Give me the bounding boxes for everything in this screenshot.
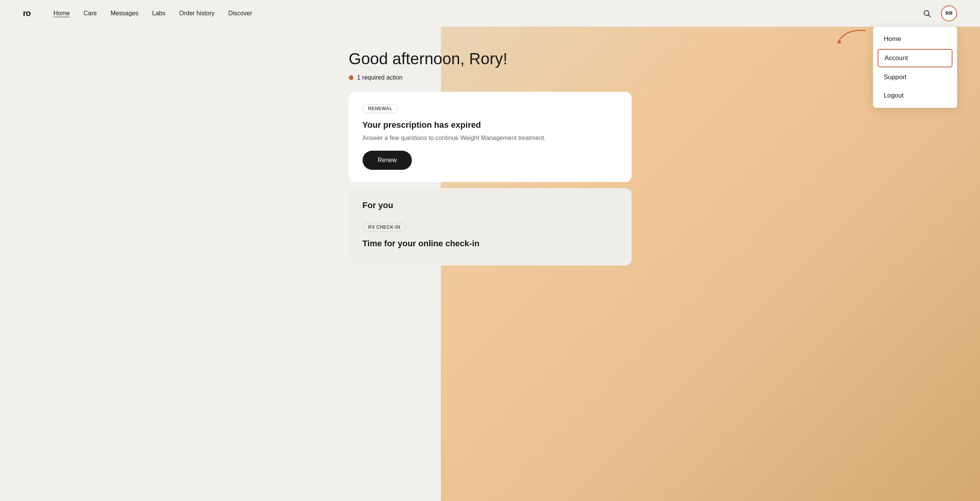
main-content: Good afternoon, Rory! 1 required action …: [334, 27, 647, 294]
rx-checkin-tag: RX CHECK-IN: [363, 223, 406, 232]
navbar: ro Home Care Messages Labs Order history…: [0, 0, 980, 27]
renewal-card-description: Answer a few questions to continue Weigh…: [363, 135, 618, 142]
nav-care[interactable]: Care: [84, 10, 97, 17]
avatar-button[interactable]: RR: [941, 5, 957, 21]
rx-checkin-card: RX CHECK-IN Time for your online check-i…: [349, 210, 632, 265]
renew-button[interactable]: Renew: [363, 151, 412, 170]
nav-messages[interactable]: Messages: [110, 10, 138, 17]
renewal-card: RENEWAL Your prescription has expired An…: [349, 92, 632, 182]
for-you-title: For you: [349, 188, 632, 210]
dropdown-item-support[interactable]: Support: [873, 68, 957, 86]
svg-marker-2: [837, 39, 841, 44]
nav-discover[interactable]: Discover: [228, 10, 252, 17]
dropdown-item-account[interactable]: Account: [878, 49, 952, 67]
nav-links: Home Care Messages Labs Order history Di…: [53, 10, 920, 17]
dropdown-item-home[interactable]: Home: [873, 30, 957, 48]
for-you-section: For you RX CHECK-IN Time for your online…: [349, 188, 632, 265]
renewal-tag: RENEWAL: [363, 104, 398, 113]
nav-home[interactable]: Home: [53, 10, 70, 17]
dropdown-menu: Home Account Support Logout: [873, 27, 957, 108]
arrow-annotation: [831, 27, 869, 51]
renewal-card-title: Your prescription has expired: [363, 120, 618, 130]
svg-line-1: [928, 15, 930, 17]
search-icon: [923, 9, 931, 18]
required-action-banner: 1 required action: [349, 74, 632, 81]
nav-labs[interactable]: Labs: [152, 10, 165, 17]
nav-right: RR Home Account Support Logout: [920, 5, 957, 21]
search-button[interactable]: [920, 7, 933, 20]
required-action-dot: [349, 75, 353, 80]
rx-checkin-title: Time for your online check-in: [363, 239, 618, 249]
required-action-text: 1 required action: [357, 74, 403, 81]
logo[interactable]: ro: [23, 8, 31, 18]
dropdown-item-logout[interactable]: Logout: [873, 86, 957, 105]
greeting: Good afternoon, Rory!: [349, 50, 632, 68]
nav-order-history[interactable]: Order history: [179, 10, 214, 17]
